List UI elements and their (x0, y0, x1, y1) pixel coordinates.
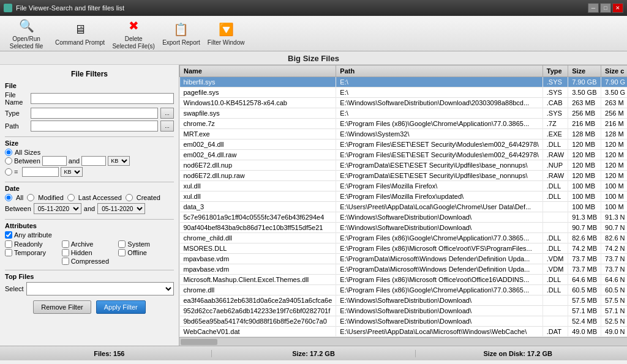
cell-name: WebCacheV01.dat (180, 327, 336, 337)
table-row[interactable]: 90af404bef843ba9cb86d71ec10b3ff515df5e21… (180, 223, 628, 233)
file-label: File (5, 82, 174, 89)
equals-size-radio[interactable] (5, 168, 12, 176)
cell-size_c: 74.2 N (601, 243, 627, 254)
table-row[interactable]: mpavbase.vdmE:\ProgramData\Microsoft\Win… (180, 254, 628, 264)
cell-path: E:\Program Files (x86)\Google\Chrome\App… (336, 119, 543, 129)
cell-name: data_3 (180, 202, 336, 212)
path-browse-button[interactable]: ... (160, 121, 174, 132)
cell-type: .DLL (543, 285, 568, 295)
hidden-checkbox[interactable] (62, 249, 69, 256)
path-input[interactable] (31, 121, 158, 132)
maximize-button[interactable]: □ (600, 3, 611, 13)
cmd-prompt-button[interactable]: 🖥 Command Prompt (55, 21, 105, 46)
delete-button[interactable]: ✖ Delete Selected File(s) (112, 17, 155, 50)
table-row[interactable]: swapfile.sysE:\.SYS256 MB256 M (180, 108, 628, 119)
table-row[interactable]: chrome.7zE:\Program Files (x86)\Google\C… (180, 119, 628, 129)
table-row[interactable]: MRT.exeE:\Windows\System32\.EXE128 MB128… (180, 129, 628, 139)
cell-size_c: 90.7 N (601, 223, 627, 233)
size-to-input[interactable] (81, 156, 106, 166)
system-checkbox[interactable] (118, 240, 126, 248)
date-modified-radio[interactable] (27, 194, 34, 201)
cell-size_c: 64.6 N (601, 275, 627, 285)
date-last-accessed-radio[interactable] (67, 194, 75, 201)
table-row[interactable]: Windows10.0-KB4512578-x64.cabE:\Windows\… (180, 98, 628, 108)
size-eq-unit-select[interactable]: KBMBGB (61, 167, 83, 177)
export-button[interactable]: 📋 Export Report (162, 21, 200, 46)
horizontal-scrollbar[interactable] (179, 337, 627, 346)
cell-size_c: 100 M (601, 191, 627, 202)
filter-buttons: Remove Filter Apply Filter (5, 300, 174, 314)
export-icon: 📋 (173, 21, 190, 38)
archive-checkbox[interactable] (62, 240, 69, 248)
table-row[interactable]: nod6E72.dll.nup.rawE:\ProgramData\ESET\E… (180, 171, 628, 181)
table-row[interactable]: em002_64.dllE:\Program Files\ESET\ESET S… (180, 139, 628, 150)
cell-path: E:\ProgramData\ESET\ESET Security\Updfil… (336, 171, 543, 181)
table-row[interactable]: nod6E72.dll.nupE:\ProgramData\ESET\ESET … (180, 160, 628, 171)
cell-path: E:\Program Files\ESET\ESET Security\Modu… (336, 139, 543, 150)
attributes-label: Attributes (5, 222, 174, 229)
table-row[interactable]: WebCacheV01.datE:\Users\Preeti\AppData\L… (180, 327, 628, 337)
table-row[interactable]: em002_64.dll.rawE:\Program Files\ESET\ES… (180, 150, 628, 160)
hidden-label: Hidden (71, 249, 92, 256)
temporary-checkbox[interactable] (5, 249, 12, 256)
scrollbar-thumb[interactable] (181, 339, 217, 345)
cell-size_c: 100 M (601, 202, 627, 212)
table-row[interactable]: 5c7e961801a9c1ff04c0555fc347e6b43f6294e4… (180, 212, 628, 223)
close-button[interactable]: ✕ (612, 3, 623, 13)
size-unit-select[interactable]: KBMBGB (108, 156, 130, 166)
open-run-icon: 🔍 (18, 17, 35, 34)
status-size: Size: 17.2 GB (212, 350, 416, 357)
top-files-select[interactable]: Top 10 Top 20 Top 50 Top 100 (26, 282, 174, 295)
table-row[interactable]: data_3E:\Users\Preeti\AppData\Local\Goog… (180, 202, 628, 212)
attr-grid: Readonly Archive System Temporary Hidden… (5, 240, 174, 265)
remove-filter-button[interactable]: Remove Filter (33, 300, 91, 314)
file-name-input[interactable] (31, 93, 174, 104)
cell-size_c: 52.5 N (601, 316, 627, 327)
date-to-select[interactable]: 05-11-2020 (97, 203, 145, 214)
cell-name: ea3f46aab36612eb6381d0a6ce2a94051a6cfca6… (180, 295, 336, 306)
date-all-radio[interactable] (5, 194, 12, 201)
minimize-button[interactable]: ─ (588, 3, 599, 13)
size-from-input[interactable] (42, 156, 67, 166)
cell-size_c: 49.0 N (601, 327, 627, 337)
cell-type: .DLL (543, 275, 568, 285)
readonly-checkbox[interactable] (5, 240, 12, 248)
date-from-select[interactable]: 05-11-2020 (34, 203, 81, 214)
compressed-checkbox[interactable] (62, 258, 69, 265)
table-row[interactable]: ea3f46aab36612eb6381d0a6ce2a94051a6cfca6… (180, 295, 628, 306)
cell-type: .CAB (543, 98, 568, 108)
temporary-label: Temporary (14, 249, 46, 256)
cell-name: 952d62cc7aeb62a6db142233e19f7c6bf0282701… (180, 306, 336, 316)
table-row[interactable]: mpavbase.vdmE:\ProgramData\Microsoft\Win… (180, 264, 628, 275)
date-created-radio[interactable] (126, 194, 133, 201)
table-row[interactable]: pagefile.sysE:\.SYS3.50 GB3.50 G (180, 87, 628, 98)
type-browse-button[interactable]: ... (160, 108, 174, 119)
filter-window-button[interactable]: 🔽 Filter Window (208, 21, 245, 46)
table-row[interactable]: 952d62cc7aeb62a6db142233e19f7c6bf0282701… (180, 306, 628, 316)
cell-type (543, 316, 568, 327)
table-row[interactable]: xul.dllE:\Program Files\Mozilla Firefox\… (180, 181, 628, 191)
table-row[interactable]: chrome_child.dllE:\Program Files (x86)\G… (180, 233, 628, 243)
size-eq-input[interactable] (22, 167, 59, 177)
cell-name: chrome_child.dll (180, 233, 336, 243)
table-row[interactable]: Microsoft.Mashup.Client.Excel.Themes.dll… (180, 275, 628, 285)
table-row[interactable]: MSORES.DLLE:\Program Files (x86)\Microso… (180, 243, 628, 254)
delete-label: Delete Selected File(s) (112, 35, 155, 50)
cell-path: E:\ (336, 77, 543, 87)
all-sizes-radio[interactable] (5, 149, 12, 156)
open-run-button[interactable]: 🔍 Open/Run Selected file (5, 17, 48, 50)
cell-name: 9bd65ea95ba54174fc90d88f16b8f5e2e760c7a0 (180, 316, 336, 327)
table-row[interactable]: hiberfil.sysE:\.SYS7.90 GB7.90 G (180, 77, 628, 87)
table-row[interactable]: chrome.dllE:\Program Files (x86)\Google\… (180, 285, 628, 295)
apply-filter-button[interactable]: Apply Filter (96, 300, 146, 314)
offline-checkbox[interactable] (118, 249, 126, 256)
between-size-radio[interactable] (5, 157, 12, 165)
any-attribute-checkbox[interactable] (5, 231, 12, 239)
export-label: Export Report (162, 39, 200, 46)
date-last-accessed-label: Last Accessed (78, 194, 122, 201)
table-row[interactable]: 9bd65ea95ba54174fc90d88f16b8f5e2e760c7a0… (180, 316, 628, 327)
cell-type: .DLL (543, 243, 568, 254)
type-input[interactable] (31, 108, 158, 119)
table-row[interactable]: xul.dllE:\Program Files\Mozilla Firefox\… (180, 191, 628, 202)
cell-name: 90af404bef843ba9cb86d71ec10b3ff515df5e21 (180, 223, 336, 233)
